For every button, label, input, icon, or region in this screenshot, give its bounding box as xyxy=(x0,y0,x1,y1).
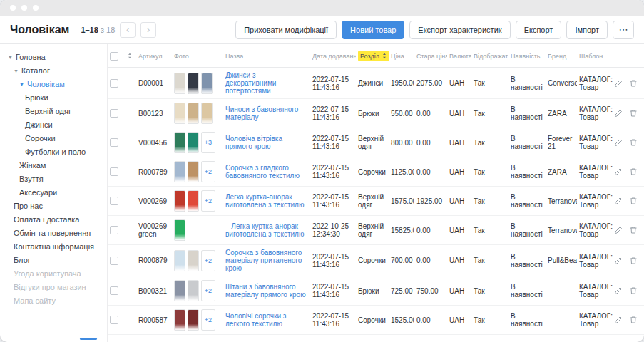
sidebar-item[interactable]: Аксесуари xyxy=(0,186,107,200)
sidebar-item[interactable]: Блог xyxy=(0,254,107,267)
product-name-link[interactable]: Штани з бавовняного матеріалу прямого кр… xyxy=(225,283,306,299)
delete-icon[interactable] xyxy=(629,138,638,147)
delete-icon[interactable] xyxy=(629,109,638,118)
column-header-section[interactable]: Розділ xyxy=(356,44,389,68)
row-checkbox[interactable] xyxy=(110,79,118,88)
product-photo[interactable] xyxy=(188,103,199,124)
product-photo[interactable] xyxy=(188,250,199,271)
sidebar-item[interactable]: Джинси xyxy=(0,118,107,132)
row-checkbox[interactable] xyxy=(110,138,118,147)
row-checkbox[interactable] xyxy=(110,167,118,176)
product-photo[interactable] xyxy=(174,309,185,331)
product-photo[interactable] xyxy=(201,73,213,94)
more-photos-badge[interactable]: +2 xyxy=(201,190,215,212)
product-name-link[interactable]: Джинси з декоративними потертостями xyxy=(225,71,276,95)
more-photos-badge[interactable]: +2 xyxy=(201,280,215,301)
sidebar-item[interactable]: Футболки и поло xyxy=(0,145,107,159)
more-photos-badge[interactable]: +2 xyxy=(201,309,215,331)
sidebar-item[interactable]: ▼Чоловікам xyxy=(0,78,107,91)
more-photos-badge[interactable]: +2 xyxy=(201,161,215,182)
product-photo[interactable] xyxy=(174,132,185,153)
edit-icon[interactable] xyxy=(615,138,623,147)
product-photo[interactable] xyxy=(174,73,185,94)
product-photo[interactable] xyxy=(188,161,199,182)
delete-icon[interactable] xyxy=(629,286,638,295)
chevron-down-icon[interactable]: ▼ xyxy=(19,82,24,87)
window-minimize-button[interactable] xyxy=(21,5,27,11)
more-photos-badge[interactable]: +3 xyxy=(201,132,215,153)
column-header-price[interactable]: Ціна xyxy=(389,44,414,68)
column-header-date[interactable]: Дата додавання xyxy=(310,44,356,68)
product-photo[interactable] xyxy=(174,103,185,124)
product-photo[interactable] xyxy=(188,280,199,301)
sidebar-item[interactable]: Жінкам xyxy=(0,159,107,172)
product-photo[interactable] xyxy=(188,190,199,212)
delete-icon[interactable] xyxy=(629,226,638,234)
row-checkbox[interactable] xyxy=(110,226,118,234)
product-photo[interactable] xyxy=(174,161,185,182)
product-photo[interactable] xyxy=(188,73,199,94)
row-checkbox[interactable] xyxy=(110,286,118,295)
new-product-button[interactable]: Новий товар xyxy=(342,21,404,39)
sidebar-item[interactable]: Мапа сайту xyxy=(0,294,107,308)
edit-icon[interactable] xyxy=(615,167,623,176)
sidebar-item[interactable]: Відгуки про магазин xyxy=(0,281,107,294)
export-attributes-button[interactable]: Експорт характеристик xyxy=(409,21,510,39)
edit-icon[interactable] xyxy=(615,79,623,88)
delete-icon[interactable] xyxy=(629,167,638,176)
delete-icon[interactable] xyxy=(629,316,638,324)
export-button[interactable]: Експорт xyxy=(516,21,562,39)
product-name-link[interactable]: Чоловіча вітрівка прямого крою xyxy=(225,135,282,150)
product-photo[interactable] xyxy=(174,219,185,241)
column-header-old-price[interactable]: Стара ціна xyxy=(414,44,447,68)
sidebar-item[interactable]: Оплата і доставка xyxy=(0,213,107,227)
column-header-availability[interactable]: Наявність xyxy=(508,44,546,68)
product-photo[interactable] xyxy=(188,309,199,331)
sidebar-item[interactable]: Верхній одяг xyxy=(0,105,107,118)
product-photo[interactable] xyxy=(201,103,213,124)
pagination-prev-button[interactable]: ‹ xyxy=(120,22,136,38)
product-name-link[interactable]: Легка куртка-анорак виготовлена з тексти… xyxy=(225,193,304,209)
product-photo[interactable] xyxy=(174,190,185,212)
sidebar-item[interactable]: Контактна інформація xyxy=(0,240,107,254)
sidebar-item[interactable]: Угода користувача xyxy=(0,267,107,281)
sidebar-item[interactable]: Сорочки xyxy=(0,132,107,145)
sidebar-item[interactable]: Про нас xyxy=(0,200,107,213)
sidebar-item[interactable]: Взуття xyxy=(0,172,107,186)
sidebar-item[interactable]: Брюки xyxy=(0,91,107,105)
sidebar-resize-handle[interactable] xyxy=(80,338,97,340)
delete-icon[interactable] xyxy=(629,79,638,88)
window-close-button[interactable] xyxy=(10,5,16,11)
product-photo[interactable] xyxy=(174,250,185,271)
pagination-next-button[interactable]: › xyxy=(140,22,156,38)
edit-icon[interactable] xyxy=(615,109,623,118)
column-header-brand[interactable]: Бренд xyxy=(546,44,577,68)
sidebar-item[interactable]: Обмін та повернення xyxy=(0,227,107,240)
row-checkbox[interactable] xyxy=(110,197,118,205)
column-header-photo[interactable]: Фото xyxy=(172,44,223,68)
select-all-checkbox[interactable] xyxy=(110,52,118,61)
product-photo[interactable] xyxy=(188,132,199,153)
more-actions-button[interactable]: ⋯ xyxy=(613,21,634,39)
column-header-name[interactable]: Назва xyxy=(223,44,310,68)
chevron-down-icon[interactable]: ▼ xyxy=(14,68,19,73)
sidebar-item[interactable]: ▼Каталог xyxy=(0,64,107,78)
import-button[interactable]: Імпорт xyxy=(566,21,608,39)
row-checkbox[interactable] xyxy=(110,316,118,324)
window-maximize-button[interactable] xyxy=(33,5,39,11)
chevron-down-icon[interactable]: ▼ xyxy=(8,55,13,60)
product-name-link[interactable]: – Легка куртка-анорак виготовлена з текс… xyxy=(225,222,304,238)
edit-icon[interactable] xyxy=(615,226,623,234)
column-header-template[interactable]: Шаблон xyxy=(577,44,615,68)
edit-icon[interactable] xyxy=(615,197,623,205)
row-checkbox[interactable] xyxy=(110,256,118,265)
product-photo[interactable] xyxy=(174,280,185,301)
delete-icon[interactable] xyxy=(629,197,638,205)
column-header-currency[interactable]: Валюта xyxy=(447,44,471,68)
more-photos-badge[interactable]: +2 xyxy=(201,250,215,271)
delete-icon[interactable] xyxy=(629,256,638,265)
column-header-sku[interactable]: Артикул xyxy=(136,44,172,68)
edit-icon[interactable] xyxy=(615,316,623,324)
sku-sort-cell[interactable] xyxy=(125,44,136,68)
product-name-link[interactable]: Сорочка з гладкого бавовняного текстилю xyxy=(225,164,300,180)
